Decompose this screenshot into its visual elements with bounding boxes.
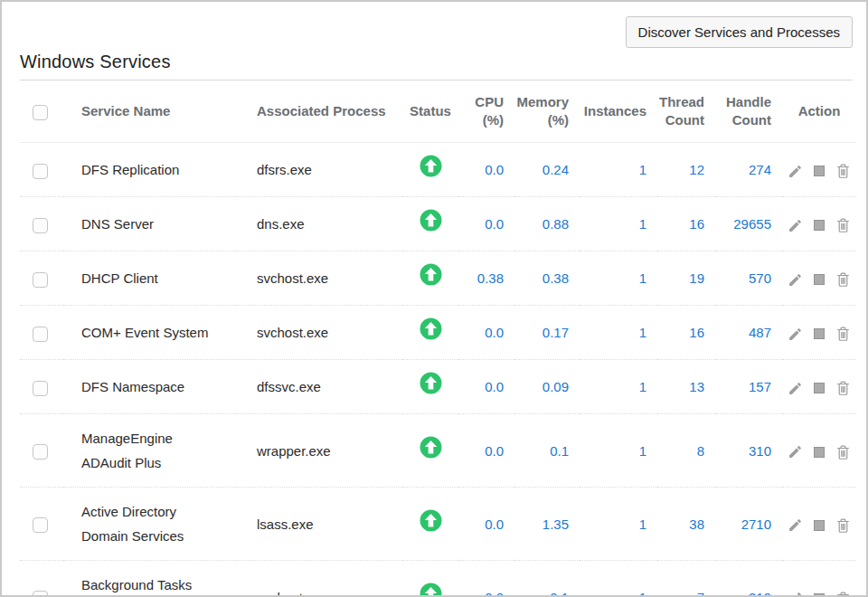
edit-pencil-icon[interactable] (788, 218, 803, 233)
memory-value[interactable]: 0.17 (542, 325, 569, 340)
handle-count-value[interactable]: 310 (749, 443, 771, 459)
memory-value[interactable]: 0.1 (550, 443, 569, 459)
instances-value[interactable]: 1 (639, 443, 646, 459)
cpu-value[interactable]: 0.0 (485, 379, 504, 394)
stop-square-icon[interactable] (814, 520, 825, 531)
service-name-cell: DNS Server (63, 197, 235, 251)
instances-cell: 1 (580, 561, 657, 597)
row-checkbox[interactable] (33, 517, 48, 533)
action-cell (782, 360, 856, 414)
delete-trash-icon[interactable] (835, 380, 851, 396)
instances-value[interactable]: 1 (639, 379, 646, 394)
stop-square-icon[interactable] (814, 383, 825, 393)
edit-pencil-icon[interactable] (788, 444, 803, 460)
row-checkbox-cell (20, 360, 63, 414)
instances-value[interactable]: 1 (639, 516, 646, 532)
service-name-cell: DHCP Client (63, 251, 235, 306)
memory-value[interactable]: 0.38 (542, 270, 569, 286)
delete-trash-icon[interactable] (835, 163, 851, 179)
cpu-value[interactable]: 0.0 (485, 216, 504, 232)
memory-cell: 0.17 (514, 306, 580, 360)
service-name: DFS Namespace (81, 379, 184, 394)
stop-square-icon[interactable] (814, 593, 825, 597)
select-all-checkbox[interactable] (33, 105, 48, 120)
process-name: svchost.exe (257, 325, 328, 340)
thread-count-value[interactable]: 16 (689, 216, 704, 232)
status-up-icon (420, 317, 442, 340)
status-cell (402, 561, 458, 597)
delete-trash-icon[interactable] (835, 326, 851, 342)
row-checkbox[interactable] (33, 444, 48, 460)
delete-trash-icon[interactable] (835, 217, 851, 233)
row-checkbox[interactable] (33, 591, 48, 597)
edit-pencil-icon[interactable] (788, 164, 803, 179)
row-checkbox-cell (20, 143, 63, 197)
thread-count-value[interactable]: 16 (689, 325, 704, 340)
thread-count-value[interactable]: 12 (689, 162, 704, 177)
row-checkbox[interactable] (33, 327, 48, 342)
handle-count-cell: 310 (715, 414, 782, 488)
handle-count-cell: 2710 (715, 488, 782, 561)
cpu-cell: 0.0 (458, 306, 514, 360)
thread-count-value[interactable]: 38 (689, 516, 704, 532)
service-name-cell: DFS Replication (63, 143, 235, 197)
instances-value[interactable]: 1 (639, 325, 646, 340)
stop-square-icon[interactable] (814, 447, 825, 458)
cpu-value[interactable]: 0.0 (485, 516, 504, 532)
stop-square-icon[interactable] (814, 166, 825, 176)
cpu-value[interactable]: 0.38 (477, 270, 504, 286)
thread-count-value[interactable]: 13 (689, 379, 704, 394)
stop-square-icon[interactable] (814, 328, 825, 339)
status-up-icon (420, 263, 442, 286)
handle-count-value[interactable]: 29655 (733, 216, 771, 232)
edit-pencil-icon[interactable] (788, 272, 803, 288)
column-header-associated-process: Associated Process (235, 81, 402, 143)
handle-count-value[interactable]: 157 (749, 379, 771, 394)
thread-count-value[interactable]: 8 (697, 443, 704, 459)
cpu-value[interactable]: 0.0 (485, 325, 504, 340)
action-cell (782, 414, 856, 488)
memory-value[interactable]: 0.88 (542, 216, 569, 232)
handle-count-value[interactable]: 274 (749, 162, 771, 177)
cpu-cell: 0.0 (458, 197, 514, 251)
delete-trash-icon[interactable] (835, 517, 851, 534)
table-row: DFS Replication dfsrs.exe 0.0 0.24 1 12 (20, 143, 856, 197)
memory-value[interactable]: 0.24 (542, 162, 569, 177)
instances-value[interactable]: 1 (639, 590, 646, 597)
thread-count-value[interactable]: 7 (697, 590, 704, 597)
instances-cell: 1 (580, 197, 657, 251)
edit-pencil-icon[interactable] (788, 591, 803, 597)
row-checkbox[interactable] (33, 272, 48, 288)
delete-trash-icon[interactable] (835, 271, 851, 288)
instances-value[interactable]: 1 (639, 216, 646, 232)
cpu-value[interactable]: 0.0 (485, 162, 504, 177)
memory-value[interactable]: 0.1 (550, 590, 569, 597)
delete-trash-icon[interactable] (835, 444, 851, 460)
thread-count-value[interactable]: 19 (689, 270, 704, 286)
instances-value[interactable]: 1 (639, 270, 646, 286)
handle-count-value[interactable]: 570 (749, 270, 771, 286)
handle-count-value[interactable]: 2710 (741, 516, 771, 532)
cpu-value[interactable]: 0.0 (485, 443, 504, 459)
stop-square-icon[interactable] (814, 274, 825, 285)
memory-value[interactable]: 0.09 (542, 379, 569, 394)
edit-pencil-icon[interactable] (788, 381, 803, 396)
process-name: svchost.exe (257, 270, 328, 286)
cpu-value[interactable]: 0.0 (485, 590, 504, 597)
stop-square-icon[interactable] (814, 220, 825, 231)
instances-value[interactable]: 1 (639, 162, 646, 177)
row-checkbox[interactable] (33, 218, 48, 233)
handle-count-value[interactable]: 319 (749, 590, 771, 597)
edit-pencil-icon[interactable] (788, 517, 803, 533)
memory-value[interactable]: 1.35 (542, 516, 569, 532)
delete-trash-icon[interactable] (835, 591, 851, 597)
associated-process-cell: lsass.exe (235, 488, 402, 561)
status-up-icon (420, 436, 442, 459)
handle-count-value[interactable]: 487 (749, 325, 771, 340)
edit-pencil-icon[interactable] (788, 327, 803, 342)
discover-services-button[interactable]: Discover Services and Processes (626, 16, 853, 48)
row-checkbox[interactable] (33, 164, 48, 179)
row-checkbox-cell (20, 197, 63, 251)
row-checkbox[interactable] (33, 381, 48, 396)
service-name-cell: ManageEngine ADAudit Plus (63, 414, 235, 488)
